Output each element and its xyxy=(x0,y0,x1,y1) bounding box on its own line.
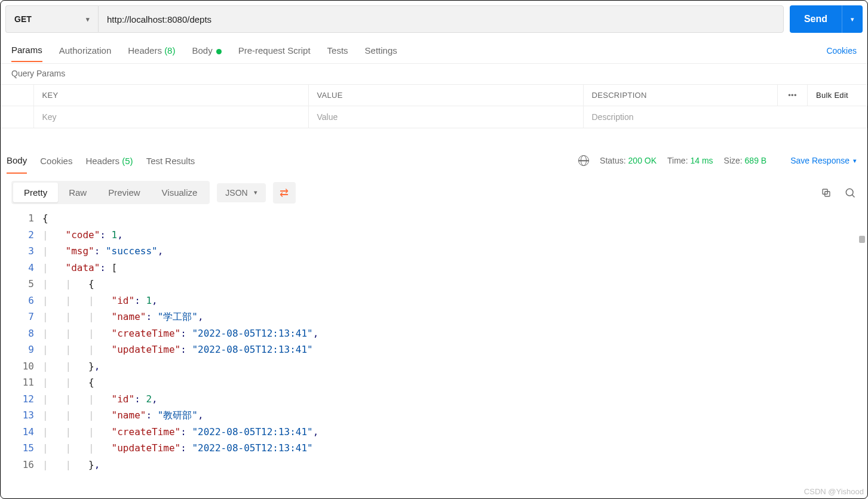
query-params-table: KEY VALUE DESCRIPTION ••• Bulk Edit Key … xyxy=(1,84,867,128)
col-key: KEY xyxy=(33,85,308,106)
bulk-edit-button[interactable]: Bulk Edit xyxy=(808,85,867,106)
search-button[interactable] xyxy=(844,186,857,199)
size-value: 689 B xyxy=(745,156,767,165)
code-content[interactable]: {| "code": 1,| "msg": "success",| "data"… xyxy=(42,210,867,473)
chevron-down-icon: ▾ xyxy=(853,157,857,165)
send-button-label: Send xyxy=(790,14,842,24)
svg-line-3 xyxy=(852,195,854,197)
dot-indicator-icon xyxy=(216,49,222,54)
tab-headers[interactable]: Headers (8) xyxy=(128,39,175,61)
cookies-link[interactable]: Cookies xyxy=(826,46,857,56)
tab-prerequest[interactable]: Pre-request Script xyxy=(238,39,311,61)
value-input[interactable]: Value xyxy=(308,106,583,128)
status-label: Status: xyxy=(600,156,626,165)
tab-params[interactable]: Params xyxy=(11,39,42,62)
svg-point-2 xyxy=(846,189,853,196)
tab-body-label: Body xyxy=(192,45,212,56)
wrap-icon: ⇄ xyxy=(280,186,289,199)
wrap-lines-button[interactable]: ⇄ xyxy=(273,182,296,204)
size-label: Size: xyxy=(724,156,743,165)
save-response-label: Save Response xyxy=(790,156,849,165)
response-code-area[interactable]: 12345678910111213141516 {| "code": 1,| "… xyxy=(1,210,867,473)
tab-authorization[interactable]: Authorization xyxy=(59,39,112,61)
view-modes: Pretty Raw Preview Visualize xyxy=(11,181,210,204)
chevron-down-icon: ▾ xyxy=(254,189,257,196)
response-tab-headers-count: (5) xyxy=(122,156,133,166)
key-input[interactable]: Key xyxy=(33,106,308,128)
view-controls: Pretty Raw Preview Visualize JSON ▾ ⇄ xyxy=(1,175,867,210)
table-row[interactable]: Key Value Description xyxy=(1,106,867,128)
response-tab-headers[interactable]: Headers (5) xyxy=(85,149,133,173)
description-input[interactable]: Description xyxy=(583,106,867,128)
request-tabs: Params Authorization Headers (8) Body Pr… xyxy=(1,38,867,64)
save-response-button[interactable]: Save Response ▾ xyxy=(790,156,857,165)
copy-icon xyxy=(821,187,832,198)
request-bar: GET ▾ Send ▾ xyxy=(1,1,867,38)
watermark: CSDN @Yishood xyxy=(804,487,864,496)
tab-headers-count: (8) xyxy=(164,45,175,56)
response-tab-body[interactable]: Body xyxy=(7,148,27,174)
tab-body[interactable]: Body xyxy=(192,39,221,61)
search-icon xyxy=(844,187,856,199)
col-value: VALUE xyxy=(308,85,583,106)
scrollbar-thumb[interactable] xyxy=(859,236,865,243)
response-tabs: Body Cookies Headers (5) Test Results St… xyxy=(1,146,867,175)
status-block: Status: 200 OK Time: 14 ms Size: 689 B xyxy=(578,155,766,166)
line-gutter: 12345678910111213141516 xyxy=(1,210,42,473)
url-input[interactable] xyxy=(98,5,784,33)
table-header-row: KEY VALUE DESCRIPTION ••• Bulk Edit xyxy=(1,85,867,106)
time-value: 14 ms xyxy=(690,156,713,165)
http-method-value: GET xyxy=(14,14,32,24)
response-tab-cookies[interactable]: Cookies xyxy=(40,149,72,173)
col-actions[interactable]: ••• xyxy=(778,85,808,106)
time-label: Time: xyxy=(667,156,688,165)
chevron-down-icon[interactable]: ▾ xyxy=(842,16,863,23)
tab-settings[interactable]: Settings xyxy=(365,39,397,61)
send-button[interactable]: Send ▾ xyxy=(790,5,863,33)
status-value: 200 OK xyxy=(628,156,657,165)
chevron-down-icon: ▾ xyxy=(86,16,90,23)
query-params-title: Query Params xyxy=(1,64,867,84)
response-tab-headers-label: Headers xyxy=(85,156,119,166)
format-select[interactable]: JSON ▾ xyxy=(217,183,265,202)
tab-tests[interactable]: Tests xyxy=(327,39,348,61)
view-mode-preview[interactable]: Preview xyxy=(97,183,151,202)
view-mode-pretty[interactable]: Pretty xyxy=(13,183,58,202)
response-tab-test-results[interactable]: Test Results xyxy=(146,149,195,173)
view-mode-visualize[interactable]: Visualize xyxy=(151,183,208,202)
copy-button[interactable] xyxy=(820,186,833,199)
format-value: JSON xyxy=(225,188,247,198)
col-description: DESCRIPTION xyxy=(583,85,778,106)
globe-icon[interactable] xyxy=(578,155,589,166)
tab-headers-label: Headers xyxy=(128,45,162,56)
view-mode-raw[interactable]: Raw xyxy=(58,183,97,202)
http-method-select[interactable]: GET ▾ xyxy=(5,5,98,33)
